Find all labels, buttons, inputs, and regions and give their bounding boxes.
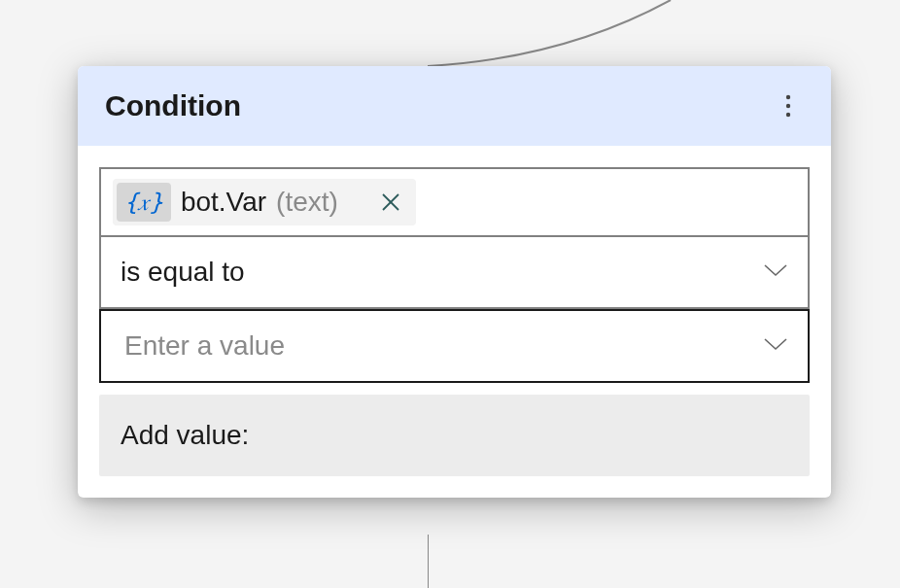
remove-variable-button[interactable] [381, 192, 400, 212]
card-header: Condition [78, 66, 831, 146]
connector-bottom-line [428, 535, 457, 588]
card-title: Condition [105, 89, 241, 122]
card-body: {𝑥} bot.Var (text) is equal to Ente [78, 146, 831, 498]
variable-field[interactable]: {𝑥} bot.Var (text) [99, 167, 810, 237]
close-icon [381, 192, 400, 212]
value-placeholder: Enter a value [124, 330, 285, 362]
svg-point-2 [786, 104, 790, 108]
variable-name: bot.Var [181, 187, 266, 218]
more-options-button[interactable] [773, 90, 804, 121]
variable-chip: {𝑥} bot.Var (text) [113, 179, 416, 225]
more-vertical-icon [785, 94, 791, 118]
svg-point-1 [786, 95, 790, 99]
add-value-panel: Add value: [99, 395, 810, 476]
variable-type-label: (text) [276, 187, 338, 218]
variable-icon: {𝑥} [117, 183, 171, 222]
operator-dropdown[interactable]: is equal to [99, 237, 810, 309]
add-value-header: Add value: [121, 420, 788, 451]
connector-top-line [428, 0, 719, 68]
chevron-down-icon [763, 336, 788, 356]
condition-card: Condition {𝑥} bot.Var (text) [78, 66, 831, 498]
value-input[interactable]: Enter a value [99, 309, 810, 383]
svg-point-3 [786, 113, 790, 117]
chevron-down-icon [763, 262, 788, 282]
operator-selected-label: is equal to [121, 257, 245, 288]
